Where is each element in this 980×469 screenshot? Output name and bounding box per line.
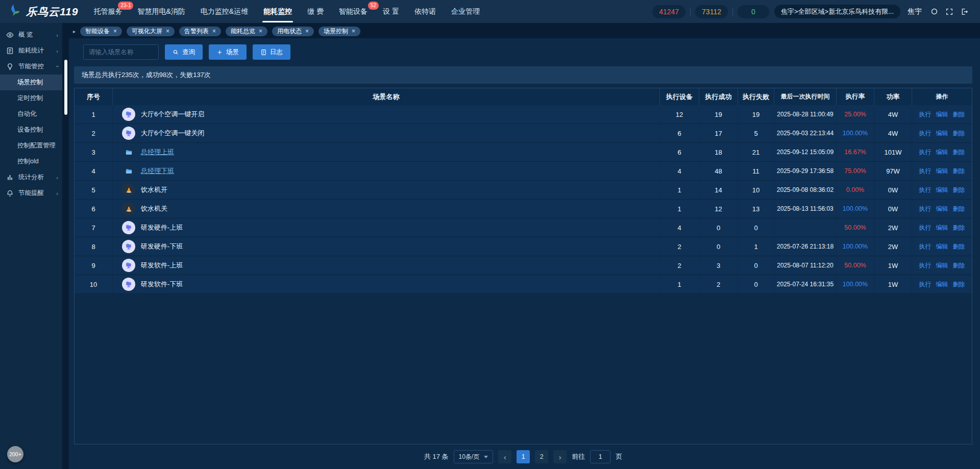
sidebar-item[interactable]: 概 览 › [0, 27, 62, 43]
delete-link[interactable]: 删除 [953, 167, 965, 176]
goto-page-input[interactable] [590, 450, 610, 463]
alarm-counter-pill[interactable]: 73112 [695, 5, 728, 18]
execute-link[interactable]: 执行 [919, 110, 932, 119]
top-nav-item[interactable]: 智慧用电&消防 [137, 0, 185, 23]
cell-actions: 执行编辑删除 [912, 143, 972, 161]
tab-close-icon[interactable]: × [352, 28, 355, 34]
execute-link[interactable]: 执行 [919, 224, 932, 232]
edit-link[interactable]: 编辑 [936, 148, 948, 157]
next-page-button[interactable]: › [553, 450, 567, 463]
edit-link[interactable]: 编辑 [936, 224, 948, 232]
top-nav-item-label: 缴 费 [307, 7, 324, 16]
tab-bar: ▸ 智能设备 × 可视化大屏 × 告警列表 × 能耗总览 × 用电状态 × 场景… [69, 23, 980, 37]
content-tab[interactable]: 告警列表 × [179, 27, 221, 36]
floating-count-badge[interactable]: 200+ [7, 446, 23, 462]
cell-actions: 执行编辑删除 [912, 105, 972, 124]
top-nav-item[interactable]: 智能设备 52 [339, 0, 368, 23]
top-nav-item[interactable]: 托管服务 23-1 [93, 0, 122, 23]
sidebar-subitem[interactable]: 设备控制 [0, 122, 62, 138]
fullscreen-icon[interactable] [944, 7, 954, 17]
top-nav-item[interactable]: 能耗监控 [263, 0, 292, 23]
tab-close-icon[interactable]: × [212, 28, 216, 34]
content-tab[interactable]: 可视化大屏 × [127, 27, 175, 36]
sidebar-item[interactable]: 节能管控 › [0, 59, 62, 75]
sidebar-subitem[interactable]: 场景控制 [0, 75, 62, 90]
sidebar-subitem-label: 控制配置管理 [17, 141, 56, 150]
execute-link[interactable]: 执行 [919, 242, 932, 251]
delete-link[interactable]: 删除 [953, 242, 965, 251]
top-nav-item[interactable]: 电力监控&运维 [201, 0, 248, 23]
sidebar-item[interactable]: 节能提醒 › [0, 185, 62, 201]
execute-link[interactable]: 执行 [919, 186, 932, 194]
region-breadcrumb[interactable]: 焦宇>全部区域>新北京乐鸟科技有限... [774, 5, 900, 18]
content-tab[interactable]: 智能设备 × [80, 27, 122, 36]
cell-fail: 19 [738, 105, 774, 124]
delete-link[interactable]: 删除 [953, 110, 965, 119]
delete-link[interactable]: 删除 [953, 261, 965, 270]
topbar: 乐鸟云119 托管服务 23-1 智慧用电&消防 电力监控&运维 能耗监控 缴 … [0, 0, 980, 23]
edit-link[interactable]: 编辑 [936, 280, 948, 289]
top-nav-item[interactable]: 企业管理 [451, 0, 480, 23]
execute-link[interactable]: 执行 [919, 280, 932, 289]
delete-link[interactable]: 删除 [953, 205, 965, 213]
execute-link[interactable]: 执行 [919, 205, 932, 213]
delete-link[interactable]: 删除 [953, 186, 965, 194]
sidebar-scrollbar [62, 23, 69, 469]
execution-summary: 场景总共执行235次，成功98次，失败137次 [74, 66, 972, 84]
top-nav-item-label: 托管服务 [93, 7, 122, 16]
execute-link[interactable]: 执行 [919, 129, 932, 138]
delete-link[interactable]: 删除 [953, 129, 965, 138]
sidebar-subitem[interactable]: 控制配置管理 [0, 138, 62, 154]
tab-close-icon[interactable]: × [259, 28, 262, 34]
logout-icon[interactable] [960, 7, 970, 17]
content-tab[interactable]: 场景控制 × [318, 27, 360, 36]
delete-link[interactable]: 删除 [953, 280, 965, 289]
delete-link[interactable]: 删除 [953, 224, 965, 232]
add-scene-button[interactable]: 场景 [209, 44, 247, 60]
edit-link[interactable]: 编辑 [936, 129, 948, 138]
execute-link[interactable]: 执行 [919, 261, 932, 270]
sidebar-subitem[interactable]: 自动化 [0, 106, 62, 122]
table-header-cell: 执行率 [837, 88, 874, 105]
log-button[interactable]: 日志 [253, 44, 290, 60]
edit-link[interactable]: 编辑 [936, 186, 948, 194]
delete-link[interactable]: 删除 [953, 148, 965, 157]
sidebar-collapse-arrow-icon[interactable]: ▸ [73, 29, 76, 34]
tab-close-icon[interactable]: × [166, 28, 169, 34]
sidebar-item[interactable]: 统计分析 › [0, 169, 62, 185]
app-logo[interactable]: 乐鸟云119 [7, 3, 78, 21]
sidebar-subitem[interactable]: 定时控制 [0, 90, 62, 106]
cell-rate: 100.00% [837, 237, 874, 256]
top-nav-item[interactable]: 依特诺 [414, 0, 436, 23]
execute-link[interactable]: 执行 [919, 167, 932, 176]
page-size-select[interactable]: 10条/页 [454, 450, 494, 463]
table-row: 8 研发硬件-下班 2 0 1 2025-07-26 21:13:18 100.… [75, 237, 972, 256]
sidebar-subitem[interactable]: 控制old [0, 154, 62, 169]
execute-link[interactable]: 执行 [919, 148, 932, 157]
top-nav-item[interactable]: 设 置 [383, 0, 399, 23]
edit-link[interactable]: 编辑 [936, 110, 948, 119]
edit-link[interactable]: 编辑 [936, 242, 948, 251]
scene-name-text[interactable]: 总经理下班 [141, 166, 174, 176]
scene-name-text[interactable]: 总经理上班 [141, 147, 174, 157]
edit-link[interactable]: 编辑 [936, 205, 948, 213]
edit-link[interactable]: 编辑 [936, 167, 948, 176]
prev-page-button[interactable]: ‹ [498, 450, 511, 463]
content-tab[interactable]: 用电状态 × [272, 27, 314, 36]
tab-close-icon[interactable]: × [113, 28, 117, 34]
scene-search-input[interactable] [83, 44, 159, 60]
query-button[interactable]: 查询 [165, 44, 203, 60]
page-number-button[interactable]: 2 [535, 450, 548, 463]
scrollbar-thumb[interactable] [64, 60, 67, 115]
notification-ring-icon[interactable] [929, 7, 939, 17]
content-tab[interactable]: 能耗总览 × [226, 27, 267, 36]
username[interactable]: 焦宇 [908, 7, 922, 16]
tab-close-icon[interactable]: × [305, 28, 309, 34]
sidebar-item[interactable]: 能耗统计 › [0, 43, 62, 59]
chevron-down-icon [484, 456, 488, 458]
alarm-counter-pill[interactable]: 0 [738, 5, 769, 18]
alarm-counter-pill[interactable]: 41247 [652, 5, 685, 18]
edit-link[interactable]: 编辑 [936, 261, 948, 270]
page-number-button[interactable]: 1 [517, 450, 530, 463]
top-nav-item[interactable]: 缴 费 [307, 0, 324, 23]
